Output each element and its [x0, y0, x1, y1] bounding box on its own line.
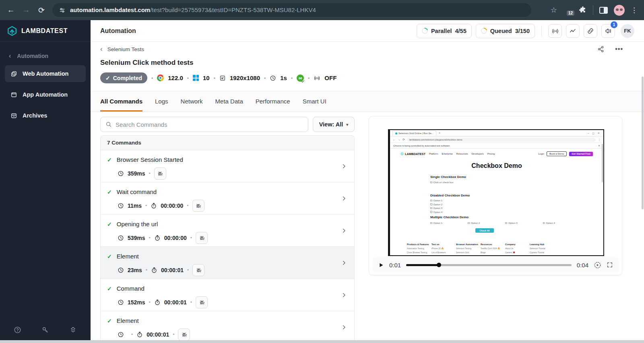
bookmark-star-icon[interactable]: ☆: [551, 6, 557, 14]
extension-pinned-icon[interactable]: 12: [563, 5, 573, 15]
browser-profile-avatar[interactable]: [614, 5, 625, 16]
queued-quota[interactable]: Queued 3/150: [476, 24, 535, 38]
duration-value: 1s: [280, 74, 287, 81]
check-icon: ✓: [105, 75, 110, 81]
access-key-icon[interactable]: [41, 326, 49, 334]
debug-bug-button[interactable]: [154, 167, 166, 180]
debug-bug-button[interactable]: [192, 200, 204, 212]
chevron-left-icon[interactable]: ‹: [9, 52, 11, 60]
command-row[interactable]: ✓ Wait command 11ms • 00:00:00 •: [101, 182, 354, 215]
command-video-time: 00:00:01: [164, 299, 187, 306]
forward-icon[interactable]: →: [22, 6, 31, 14]
back-icon[interactable]: ←: [6, 6, 15, 14]
command-row[interactable]: ✓ Browser Session Started 359ms •: [101, 150, 354, 182]
chevron-right-icon[interactable]: [341, 195, 347, 201]
fullscreen-button[interactable]: [607, 262, 613, 268]
insights-button[interactable]: [548, 24, 562, 38]
sidebar-item-web-automation[interactable]: Web Automation: [5, 65, 86, 82]
debug-bug-button[interactable]: [196, 232, 208, 244]
video-single-checkbox-heading: Single Checkbox Demo: [430, 175, 466, 179]
browser-menu-icon[interactable]: ⋮: [631, 6, 638, 14]
queued-progress-ring: [480, 27, 488, 35]
chevron-right-icon[interactable]: [341, 260, 347, 266]
brand-logo[interactable]: LAMBDATEST: [0, 20, 91, 42]
sidebar-item-label: Web Automation: [23, 70, 68, 77]
extensions-puzzle-icon[interactable]: [579, 6, 587, 14]
tab-performance[interactable]: Performance: [256, 91, 290, 112]
chevron-right-icon[interactable]: [341, 227, 347, 233]
command-name: Element: [117, 253, 139, 260]
tunnel-button[interactable]: [584, 24, 597, 38]
chevron-right-icon[interactable]: [341, 292, 347, 298]
dot-separator: •: [187, 75, 189, 81]
dot-separator: •: [190, 235, 192, 241]
window-bottom-edge: [0, 340, 644, 343]
search-commands-box[interactable]: [100, 117, 308, 132]
video-seekbar[interactable]: [406, 264, 572, 266]
dot-separator: •: [149, 171, 151, 176]
user-avatar[interactable]: FK: [621, 24, 634, 38]
sidebar-section-automation[interactable]: ‹ Automation: [0, 42, 91, 61]
video-checkbox-option: Option 4: [543, 222, 555, 224]
integrations-icon[interactable]: [69, 326, 77, 334]
command-row[interactable]: ✓ Opening the url 539ms • 00:00:00 •: [101, 215, 354, 247]
command-video-time: 00:00:00: [161, 202, 183, 209]
debug-bug-button[interactable]: [178, 329, 190, 341]
reload-icon[interactable]: ⟳: [37, 6, 46, 15]
automation-banner-text: Chrome is being controlled by automated …: [393, 145, 450, 147]
sensor-wave-icon: [314, 74, 320, 81]
dot-separator: •: [131, 332, 133, 337]
more-options-icon[interactable]: •••: [615, 45, 623, 53]
tab-meta-data[interactable]: Meta Data: [215, 91, 243, 112]
side-panel-icon[interactable]: [599, 7, 608, 14]
address-bar[interactable]: automation.lambdatest.com/test?build=257…: [52, 3, 531, 17]
chevron-right-icon[interactable]: [341, 163, 347, 169]
video-controls: 0:01 0:04: [372, 257, 619, 273]
command-name: Command: [117, 285, 144, 292]
wave-icon: [551, 27, 559, 35]
success-check-icon: ✓: [107, 253, 112, 260]
command-row[interactable]: ✓ Element • 00:00:01 •: [101, 311, 354, 343]
view-filter-dropdown[interactable]: View: All ▾: [313, 117, 355, 132]
debug-bug-button[interactable]: [196, 296, 208, 308]
chevron-right-icon[interactable]: [341, 324, 347, 330]
command-row-selected[interactable]: ✓ Element 23ms • 00:00:01 •: [101, 247, 354, 279]
dot-separator: •: [190, 300, 192, 305]
breadcrumb-label[interactable]: Selenium Tests: [107, 46, 144, 52]
video-nav-developers: Developers: [472, 153, 484, 155]
tab-network[interactable]: Network: [181, 91, 203, 112]
command-name: Element: [117, 317, 139, 324]
success-check-icon: ✓: [107, 318, 112, 324]
video-book-demo-button: Book a Demo: [547, 151, 567, 156]
extension-badge: 12: [566, 10, 575, 17]
video-current-time: 0:01: [389, 262, 401, 269]
command-name: Browser Session Started: [117, 156, 183, 163]
command-row[interactable]: ✓ Command 152ms • 00:00:01 •: [101, 279, 354, 311]
page-scrollbar[interactable]: [642, 76, 644, 209]
sidebar-item-archives[interactable]: Archives: [5, 107, 86, 124]
parallel-progress-ring: [421, 27, 429, 35]
video-checkbox-option: Option 3: [505, 222, 517, 224]
test-video-frame[interactable]: Selenium Grid Online | Run Se... + – ◻ ✕…: [388, 129, 604, 256]
tab-logs[interactable]: Logs: [155, 91, 168, 112]
site-settings-icon[interactable]: [59, 7, 66, 14]
video-nav-resources: Resources: [456, 153, 468, 155]
search-commands-input[interactable]: [116, 121, 303, 128]
success-check-icon: ✓: [107, 157, 112, 163]
analytics-button[interactable]: [566, 24, 580, 38]
play-button[interactable]: [378, 262, 384, 268]
share-icon[interactable]: [597, 45, 605, 53]
announcements-button[interactable]: 1: [601, 24, 615, 38]
debug-bug-button[interactable]: [192, 264, 204, 276]
success-check-icon: ✓: [107, 285, 112, 292]
sidebar-item-app-automation[interactable]: App Automation: [5, 86, 86, 103]
parallel-quota[interactable]: Parallel 4/55: [417, 24, 472, 38]
help-icon[interactable]: [14, 326, 21, 334]
video-checkbox-option: Option 3: [430, 207, 442, 209]
playback-speed-button[interactable]: [594, 261, 601, 269]
tab-smart-ui[interactable]: Smart UI: [303, 91, 326, 112]
tab-all-commands[interactable]: All Commands: [100, 91, 142, 112]
video-player-card: Selenium Grid Online | Run Se... + – ◻ ✕…: [369, 116, 622, 275]
breadcrumb-back-icon[interactable]: ‹: [100, 45, 103, 53]
trend-icon: [569, 27, 576, 35]
